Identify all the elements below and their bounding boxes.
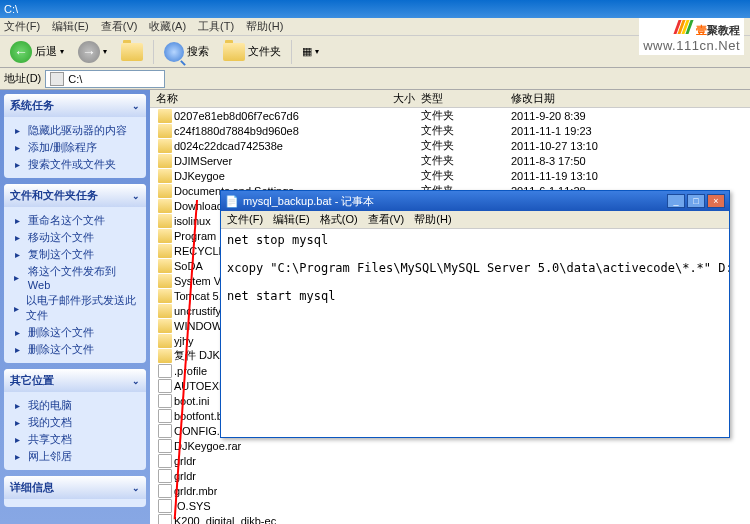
- file-type: 文件夹: [415, 168, 505, 183]
- file-name: grldr: [174, 470, 196, 482]
- np-menu-help[interactable]: 帮助(H): [414, 212, 451, 227]
- search-button[interactable]: 搜索: [160, 39, 213, 65]
- np-menu-view[interactable]: 查看(V): [368, 212, 405, 227]
- address-input[interactable]: C:\: [45, 70, 165, 88]
- logo-text-accent: 壹: [696, 24, 707, 36]
- views-icon: ▦: [302, 45, 312, 58]
- sidebar-task-link[interactable]: ▸将这个文件发布到 Web: [10, 264, 140, 291]
- np-menu-edit[interactable]: 编辑(E): [273, 212, 310, 227]
- notepad-textarea[interactable]: net stop mysql xcopy "C:\Program Files\M…: [221, 229, 729, 437]
- notepad-window[interactable]: 📄 mysql_backup.bat - 记事本 _ □ × 文件(F) 编辑(…: [220, 190, 730, 438]
- file-icon: [158, 439, 172, 453]
- col-size[interactable]: 大小: [340, 91, 415, 106]
- folders-button[interactable]: 文件夹: [219, 39, 285, 65]
- task-label: 搜索文件或文件夹: [28, 157, 116, 172]
- file-row[interactable]: DJIMServer文件夹2011-8-3 17:50: [150, 153, 750, 168]
- menu-view[interactable]: 查看(V): [101, 19, 138, 34]
- minimize-button[interactable]: _: [667, 194, 685, 208]
- sidebar-task-link[interactable]: ▸我的电脑: [10, 398, 140, 413]
- file-date: 2011-9-20 8:39: [505, 110, 750, 122]
- sidebar-task-link[interactable]: ▸复制这个文件: [10, 247, 140, 262]
- file-row[interactable]: DJKeygoe文件夹2011-11-19 13:10: [150, 168, 750, 183]
- sidebar-task-link[interactable]: ▸隐藏此驱动器的内容: [10, 123, 140, 138]
- folder-icon: [158, 169, 172, 183]
- panel-header[interactable]: 其它位置⌄: [4, 369, 146, 392]
- col-type[interactable]: 类型: [415, 91, 505, 106]
- file-row[interactable]: c24f1880d7884b9d960e8文件夹2011-11-1 19:23: [150, 123, 750, 138]
- file-row[interactable]: DJKeygoe.rar: [150, 438, 750, 453]
- file-name: grldr: [174, 455, 196, 467]
- panel-title: 其它位置: [10, 373, 54, 388]
- folder-icon: [158, 199, 172, 213]
- sidebar-task-link[interactable]: ▸搜索文件或文件夹: [10, 157, 140, 172]
- search-icon: [164, 42, 184, 62]
- up-button[interactable]: [117, 39, 147, 65]
- col-date[interactable]: 修改日期: [505, 91, 750, 106]
- panel-header[interactable]: 系统任务⌄: [4, 94, 146, 117]
- file-name: DJKeygoe.rar: [174, 440, 241, 452]
- folder-icon: [158, 289, 172, 303]
- file-row[interactable]: d024c22dcad742538e文件夹2011-10-27 13:10: [150, 138, 750, 153]
- file-row[interactable]: K200_digital_djkb-ec: [150, 513, 750, 524]
- task-icon: ▸: [10, 343, 24, 357]
- sidebar-task-link[interactable]: ▸以电子邮件形式发送此文件: [10, 293, 140, 323]
- file-date: 2011-10-27 13:10: [505, 140, 750, 152]
- maximize-button[interactable]: □: [687, 194, 705, 208]
- notepad-titlebar[interactable]: 📄 mysql_backup.bat - 记事本 _ □ ×: [221, 191, 729, 211]
- np-menu-format[interactable]: 格式(O): [320, 212, 358, 227]
- file-name: grldr.mbr: [174, 485, 217, 497]
- folder-icon: [158, 184, 172, 198]
- task-label: 删除这个文件: [28, 325, 94, 340]
- sidebar-task-link[interactable]: ▸共享文档: [10, 432, 140, 447]
- notepad-menubar: 文件(F) 编辑(E) 格式(O) 查看(V) 帮助(H): [221, 211, 729, 229]
- task-icon: ▸: [10, 399, 24, 413]
- task-label: 我的文档: [28, 415, 72, 430]
- folder-icon: [158, 259, 172, 273]
- file-row[interactable]: IO.SYS: [150, 498, 750, 513]
- sidebar-task-link[interactable]: ▸移动这个文件: [10, 230, 140, 245]
- menu-tools[interactable]: 工具(T): [198, 19, 234, 34]
- sidebar-task-link[interactable]: ▸删除这个文件: [10, 325, 140, 340]
- address-label: 地址(D): [4, 71, 41, 86]
- file-row[interactable]: 0207e81eb8d06f7ec67d6文件夹2011-9-20 8:39: [150, 108, 750, 123]
- forward-button[interactable]: → ▾: [74, 39, 111, 65]
- file-type: 文件夹: [415, 123, 505, 138]
- file-name: 0207e81eb8d06f7ec67d6: [174, 110, 299, 122]
- explorer-titlebar[interactable]: C:\: [0, 0, 750, 18]
- panel-header[interactable]: 详细信息⌄: [4, 476, 146, 499]
- menu-file[interactable]: 文件(F): [4, 19, 40, 34]
- sidebar-task-link[interactable]: ▸删除这个文件: [10, 342, 140, 357]
- folder-icon: [158, 139, 172, 153]
- sidebar-task-link[interactable]: ▸添加/删除程序: [10, 140, 140, 155]
- back-button[interactable]: ← 后退 ▾: [6, 39, 68, 65]
- forward-icon: →: [78, 41, 100, 63]
- file-type: 文件夹: [415, 138, 505, 153]
- panel-header[interactable]: 文件和文件夹任务⌄: [4, 184, 146, 207]
- task-label: 共享文档: [28, 432, 72, 447]
- col-name[interactable]: 名称: [150, 91, 340, 106]
- folder-icon: [158, 214, 172, 228]
- file-row[interactable]: grldr.mbr: [150, 483, 750, 498]
- menu-edit[interactable]: 编辑(E): [52, 19, 89, 34]
- views-button[interactable]: ▦ ▾: [298, 39, 323, 65]
- file-row[interactable]: grldr: [150, 453, 750, 468]
- file-row[interactable]: grldr: [150, 468, 750, 483]
- file-date: 2011-11-19 13:10: [505, 170, 750, 182]
- sidebar-task-link[interactable]: ▸我的文档: [10, 415, 140, 430]
- np-menu-file[interactable]: 文件(F): [227, 212, 263, 227]
- chevron-icon: ⌄: [132, 191, 140, 201]
- file-name: .profile: [174, 365, 207, 377]
- task-icon: ▸: [10, 158, 24, 172]
- file-icon: [158, 409, 172, 423]
- sidebar-task-link[interactable]: ▸重命名这个文件: [10, 213, 140, 228]
- menu-favorites[interactable]: 收藏(A): [149, 19, 186, 34]
- folder-icon: [158, 154, 172, 168]
- panel-body: ▸我的电脑▸我的文档▸共享文档▸网上邻居: [4, 392, 146, 470]
- sidebar-task-link[interactable]: ▸网上邻居: [10, 449, 140, 464]
- panel-title: 系统任务: [10, 98, 54, 113]
- file-icon: [158, 424, 172, 438]
- close-button[interactable]: ×: [707, 194, 725, 208]
- file-name: isolinux: [174, 215, 211, 227]
- folder-icon: [158, 274, 172, 288]
- menu-help[interactable]: 帮助(H): [246, 19, 283, 34]
